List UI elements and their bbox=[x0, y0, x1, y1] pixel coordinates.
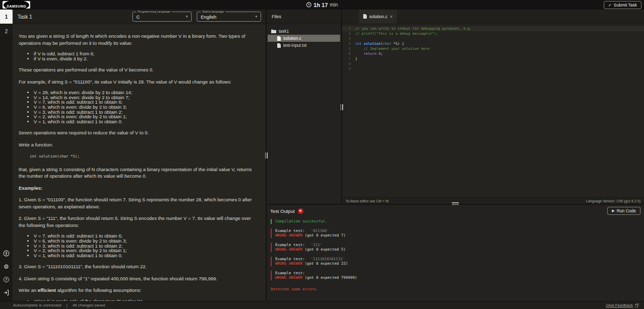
file-tree: task1 solution.c test-input.txt bbox=[267, 24, 341, 49]
programming-language-select[interactable]: Programming Language C ▾ bbox=[132, 12, 192, 22]
rail-bottom-icons: ⚙ ? bbox=[0, 250, 13, 301]
verdict-detail: (got 0 expected 799999) bbox=[302, 275, 357, 280]
list-item: V = 1, which is odd: subtract 1 to obtai… bbox=[34, 253, 259, 258]
ui-language-select[interactable]: Select language English ▾ bbox=[197, 12, 261, 22]
task-title: Task 1 bbox=[18, 14, 32, 20]
top-bar: SAMSUNG 1h 17min ✓ Submit Task bbox=[0, 0, 644, 10]
errors-summary: Detected some errors. bbox=[271, 287, 644, 292]
code-line: 5 // Implement your solution here bbox=[342, 46, 644, 51]
logout-icon[interactable] bbox=[3, 289, 10, 296]
code-line: 9 bbox=[342, 66, 644, 71]
task-rail: 1 2 ⚙ ? bbox=[0, 10, 13, 301]
status-separator: | bbox=[66, 303, 67, 307]
files-panel: Files task1 solution.c bbox=[267, 10, 341, 204]
clock-icon bbox=[306, 2, 311, 8]
description-paragraph: 2. Given S = "111", the function should … bbox=[19, 215, 259, 228]
code-line: 7} bbox=[342, 56, 644, 61]
settings-gear-icon[interactable]: ⚙ bbox=[3, 263, 10, 270]
test-value: '111' bbox=[311, 243, 323, 247]
vertical-resize-handle[interactable] bbox=[340, 104, 344, 110]
editor-footer: To leave editor use Ctrl + M Language Ve… bbox=[342, 197, 644, 204]
task-tab-1[interactable]: 1 bbox=[0, 10, 13, 24]
files-editor-divider[interactable] bbox=[341, 10, 342, 204]
chevron-down-icon: ▾ bbox=[186, 15, 188, 19]
code-text: // Implement your solution here bbox=[355, 46, 430, 51]
submit-task-button[interactable]: ✓ Submit Task bbox=[604, 1, 641, 9]
timer-value: 1h 17 bbox=[313, 2, 328, 8]
tab-solution-c[interactable]: solution.c × bbox=[359, 9, 397, 24]
samsung-logo: SAMSUNG bbox=[3, 1, 30, 9]
file-icon bbox=[363, 14, 367, 19]
description-paragraph: For example, if string S = "011100", its… bbox=[19, 79, 259, 86]
right-region: Files task1 solution.c bbox=[267, 10, 644, 301]
description-paragraph: 4. Given string S consisting of "1" repe… bbox=[19, 275, 259, 282]
test-output-title: Test Output ✕ bbox=[270, 208, 303, 214]
test-label: Example test: bbox=[275, 228, 305, 233]
ui-language-label: Select language bbox=[201, 10, 225, 13]
close-icon[interactable]: × bbox=[390, 14, 392, 19]
main-area: 1 2 ⚙ ? Task 1 Programming Language C ▾ bbox=[0, 10, 644, 301]
function-signature-code: int solution(char *S); bbox=[30, 153, 259, 160]
task-tab-2[interactable]: 2 bbox=[0, 24, 13, 39]
test-output-body: Compilation successful. Example test:'01… bbox=[267, 216, 644, 301]
run-code-button[interactable]: ▶ Run Code bbox=[607, 207, 640, 215]
language-dropdowns: Programming Language C ▾ Select language… bbox=[132, 12, 261, 22]
line-number: 2 bbox=[342, 31, 355, 36]
line-number: 9 bbox=[342, 66, 355, 71]
efficient-emphasis: efficient bbox=[38, 287, 56, 293]
files-editor-row: Files task1 solution.c bbox=[267, 10, 644, 204]
example-steps-list: V = 28, which is even: divide by 2 to ob… bbox=[19, 90, 259, 124]
task-description: You are given a string S of length N whi… bbox=[13, 24, 266, 301]
accessibility-icon[interactable] bbox=[3, 250, 10, 257]
description-paragraph: These operations are performed until the… bbox=[19, 66, 259, 73]
file-icon bbox=[277, 36, 281, 41]
give-feedback-link[interactable]: Give Feedback bbox=[606, 303, 639, 307]
folder-row-task1[interactable]: task1 bbox=[267, 28, 341, 35]
test-label: Example test: bbox=[275, 257, 305, 261]
assumptions-intro: Write an efficient algorithm for the fol… bbox=[19, 287, 259, 294]
examples-heading: Examples: bbox=[19, 185, 259, 192]
text-span: algorithm for the following assumptions: bbox=[56, 287, 141, 293]
code-text: ; bbox=[381, 51, 383, 56]
test-verdict-line: WRONG ANSWER (got 0 expected 7) bbox=[275, 233, 644, 238]
test-label: Example test: bbox=[275, 243, 305, 247]
code-text: int bbox=[355, 41, 364, 46]
horizontal-resize-handle[interactable] bbox=[452, 202, 459, 205]
verdict-detail: (got 0 expected 5) bbox=[302, 247, 346, 252]
error-status-icon: ✕ bbox=[298, 208, 303, 214]
task-header: Task 1 Programming Language C ▾ Select l… bbox=[13, 10, 266, 24]
folder-name: task1 bbox=[279, 29, 289, 34]
line-number: 3 bbox=[342, 36, 355, 41]
test-result-block: Example test:'1111010101111' WRONG ANSWE… bbox=[271, 257, 644, 266]
file-name: test-input.txt bbox=[283, 43, 306, 48]
verdict-detail: (got 0 expected 22) bbox=[302, 261, 348, 266]
code-line: 8 bbox=[342, 61, 644, 66]
line-number: 8 bbox=[342, 61, 355, 66]
test-value: '1111010101111' bbox=[311, 257, 345, 261]
file-row-solution[interactable]: solution.c bbox=[268, 35, 340, 42]
verdict: WRONG ANSWER bbox=[275, 233, 302, 238]
code-editor[interactable]: 1// you can write to stdout for debuggin… bbox=[342, 24, 644, 197]
status-bar: Autocomplete is connected | All changes … bbox=[0, 301, 644, 309]
test-output-label: Test Output bbox=[270, 208, 295, 214]
code-line: 2// printf("this is a debug message\n"); bbox=[342, 31, 644, 36]
test-verdict-line: WRONG ANSWER (got 0 expected 799999) bbox=[275, 275, 644, 280]
submit-task-label: Submit Task bbox=[614, 3, 637, 8]
play-icon: ▶ bbox=[612, 209, 614, 213]
description-paragraph: You are given a string S of length N whi… bbox=[19, 33, 259, 46]
file-row-test-input[interactable]: test-input.txt bbox=[267, 42, 341, 49]
test-result-block: Example test:'011100' WRONG ANSWER (got … bbox=[271, 228, 644, 238]
folder-icon bbox=[271, 29, 276, 33]
code-text: // you can write to stdout for debugging… bbox=[355, 26, 472, 31]
vertical-resize-handle[interactable] bbox=[264, 152, 268, 159]
code-line: 4int solution(char *S) { bbox=[342, 41, 644, 46]
assumptions-list: string S is made only of the characters … bbox=[19, 299, 259, 301]
description-paragraph: Write a function: bbox=[19, 141, 259, 148]
line-number: 5 bbox=[342, 46, 355, 51]
test-verdict-line: WRONG ANSWER (got 0 expected 22) bbox=[275, 261, 644, 266]
list-item: V = 1, which is odd: subtract 1 to obtai… bbox=[34, 119, 259, 124]
test-output-panel: Test Output ✕ ▶ Run Code Compilation suc… bbox=[267, 204, 644, 301]
compilation-status-block: Compilation successful. bbox=[271, 219, 644, 224]
help-icon[interactable]: ? bbox=[3, 276, 10, 283]
file-name: solution.c bbox=[283, 36, 301, 41]
